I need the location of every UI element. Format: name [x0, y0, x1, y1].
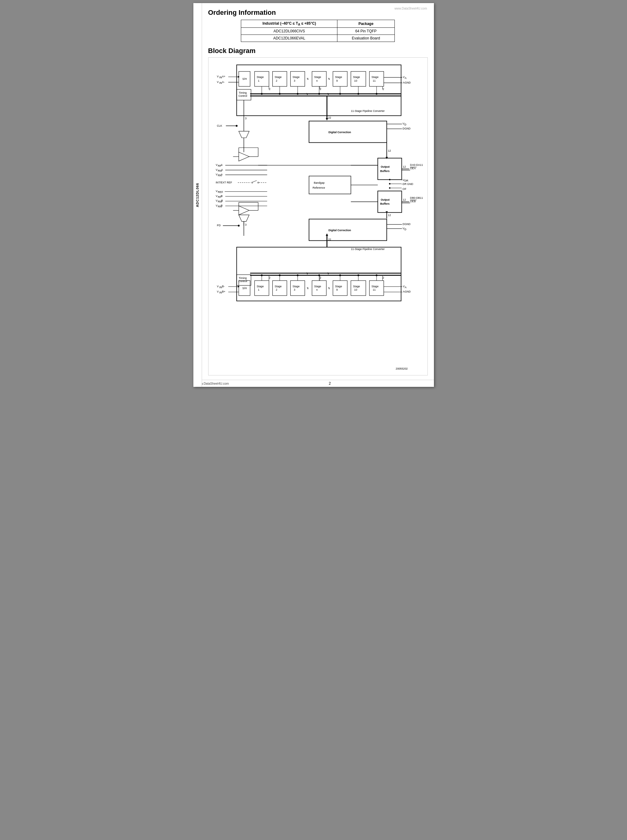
- svg-point-92: [389, 187, 391, 189]
- svg-marker-69: [239, 215, 249, 221]
- pipeline-top-label: 11-Stage Pipeline Converter: [351, 109, 384, 113]
- stage3-bot-label: Stage: [292, 285, 299, 288]
- of-label: OF: [402, 187, 406, 190]
- svg-point-122: [297, 274, 299, 276]
- page-number: 2: [329, 381, 331, 385]
- svg-rect-4: [290, 71, 305, 86]
- va-bot-sub: A: [405, 286, 406, 289]
- sidebar-text: ADC12DL066: [195, 183, 199, 207]
- svg-point-25: [357, 93, 359, 95]
- vin-b-minus-txt: B-: [222, 285, 225, 288]
- timing-top-label2: Control: [238, 94, 247, 98]
- vin-a-plus-txt: A+: [222, 75, 225, 78]
- bot-bit2-2: 2: [320, 276, 321, 279]
- vrn-a: V: [216, 173, 217, 176]
- num12-bot-buf: 12: [403, 198, 406, 201]
- svg-point-23: [339, 93, 341, 95]
- da0-da11: DA0-DA11: [410, 164, 423, 167]
- svg-point-88: [389, 179, 391, 181]
- svg-rect-5: [312, 71, 326, 86]
- vd-bot-sub: D: [404, 228, 406, 231]
- sidebar: ADC12DL066: [193, 3, 202, 387]
- timing-top-label1: Timing: [239, 91, 247, 94]
- page: ADC12DL066 www.DataSheet4U.com Ordering …: [193, 3, 434, 387]
- vin-a-minus: V: [217, 80, 219, 83]
- stage2-bot-num: 2: [276, 288, 277, 292]
- svg-rect-113: [369, 281, 384, 296]
- svg-rect-57: [309, 176, 351, 194]
- timing-bot-label2: Control: [238, 280, 247, 283]
- svg-line-54: [253, 181, 257, 182]
- svg-rect-109: [290, 281, 305, 296]
- stage1-bot-label: Stage: [257, 285, 264, 288]
- num3-top: 3: [245, 117, 246, 120]
- va-top-sub: A: [405, 76, 406, 80]
- stage11-bot-label: Stage: [371, 285, 378, 288]
- vin-b-plus: V: [217, 290, 219, 293]
- stage10-bot-label: Stage: [353, 285, 360, 288]
- vrm-a: V: [216, 168, 217, 171]
- ob-bot-label1: Output: [381, 198, 389, 201]
- bot-bit2-3: 2: [383, 276, 384, 279]
- vdr-sub: DR: [404, 179, 408, 182]
- vref-sub: REF: [218, 191, 223, 194]
- svg-rect-6: [333, 71, 347, 86]
- stage2-top-label: Stage: [274, 76, 282, 79]
- block-diagram-container: text { font-family: Arial, sans-serif; f…: [208, 57, 428, 376]
- bot-bus-break1: ↯: [306, 272, 309, 275]
- svg-rect-110: [312, 281, 326, 296]
- svg-point-90: [389, 183, 391, 185]
- stage11-bot-num: 11: [373, 288, 376, 292]
- svg-marker-29: [326, 118, 328, 121]
- vrn-b-txt: B: [221, 204, 222, 207]
- num12-bot: 12: [388, 214, 391, 217]
- num12-mid: 12: [388, 149, 391, 152]
- svg-point-130: [376, 274, 378, 276]
- stage9-num: 9: [336, 79, 338, 82]
- svg-point-120: [279, 274, 280, 276]
- svg-rect-0: [236, 65, 401, 116]
- vrm-a-txt: A: [221, 168, 223, 171]
- stage10-bot-num: 10: [354, 288, 357, 292]
- stage1-num: 1: [258, 79, 259, 82]
- stage2-num: 2: [276, 79, 277, 82]
- watermark: www.DataSheet4U.com: [394, 7, 427, 10]
- vin-a-minus-txt: A-: [222, 80, 225, 83]
- sh-top-label: S/H: [242, 77, 247, 80]
- int-ext-ref: INT/EXT REF: [216, 181, 232, 184]
- stage1-top-label: Stage: [257, 76, 264, 79]
- vrn-a-txt: A: [221, 173, 222, 176]
- table-header-package: Package: [337, 20, 394, 28]
- package-2: Evaluation Board: [337, 35, 394, 42]
- db0-db11: DB0-DB11: [410, 197, 423, 200]
- svg-point-71: [238, 225, 239, 227]
- stage2-bot-label: Stage: [274, 285, 282, 288]
- table-header-part: Industrial (–40°C ≤ TA ≤ +85°C): [241, 20, 337, 28]
- break1: ↯: [307, 77, 309, 80]
- svg-point-126: [339, 274, 341, 276]
- stage11-num: 11: [373, 79, 376, 82]
- svg-point-55: [258, 182, 259, 183]
- agnd-top: AGND: [403, 81, 411, 84]
- vrp-b-txt: B: [221, 195, 222, 198]
- vrm-b-txt: B: [221, 200, 223, 203]
- svg-point-53: [251, 182, 253, 183]
- dr-gnd: DR GND: [402, 183, 413, 186]
- svg-point-124: [318, 274, 320, 276]
- bandgap-label2: Reference: [312, 186, 325, 189]
- vin-a-plus-sub: IN: [219, 76, 222, 79]
- timing-bot-label1: Timing: [239, 277, 247, 280]
- svg-rect-108: [273, 281, 287, 296]
- svg-point-17: [279, 93, 280, 95]
- svg-point-128: [357, 274, 359, 276]
- dgnd-top: DGND: [402, 127, 411, 130]
- bus-break2: ↯: [327, 93, 329, 96]
- svg-point-118: [261, 274, 263, 276]
- vrp-a: V: [216, 164, 217, 167]
- dgnd-bot: DGND: [402, 223, 411, 226]
- clk-label: CLK: [217, 124, 222, 127]
- sh-bot-label: S/H: [242, 287, 247, 290]
- bot-break2: ↯: [328, 287, 330, 290]
- stage11-top-label: Stage: [371, 76, 378, 79]
- stage9-top-label: Stage: [335, 76, 342, 79]
